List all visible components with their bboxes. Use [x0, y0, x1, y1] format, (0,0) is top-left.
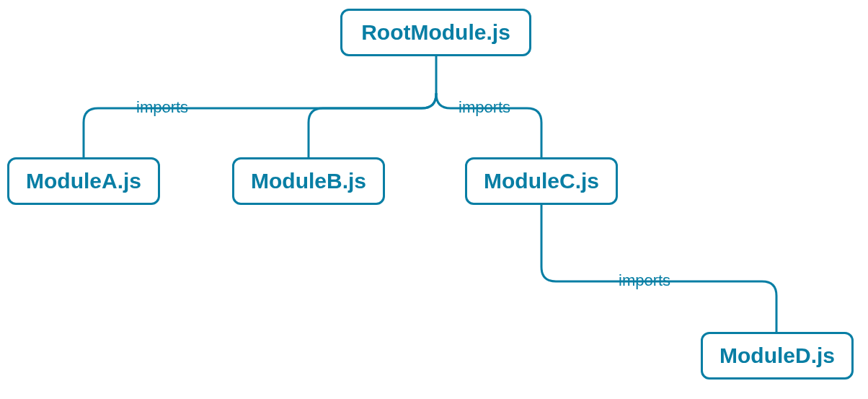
node-module-d: ModuleD.js — [701, 332, 854, 380]
edge-label-imports: imports — [459, 98, 510, 117]
node-label: ModuleD.js — [719, 343, 835, 368]
edge-label-imports: imports — [619, 271, 670, 290]
node-module-b: ModuleB.js — [232, 157, 385, 205]
diagram-canvas: RootModule.js ModuleA.js ModuleB.js Modu… — [0, 0, 868, 399]
node-label: ModuleB.js — [251, 169, 366, 193]
node-module-c: ModuleC.js — [465, 157, 618, 205]
edge-label-imports: imports — [136, 98, 188, 117]
node-label: RootModule.js — [361, 20, 510, 45]
node-root-module: RootModule.js — [340, 9, 531, 56]
node-module-a: ModuleA.js — [7, 157, 160, 205]
node-label: ModuleA.js — [26, 169, 141, 193]
node-label: ModuleC.js — [484, 169, 599, 193]
